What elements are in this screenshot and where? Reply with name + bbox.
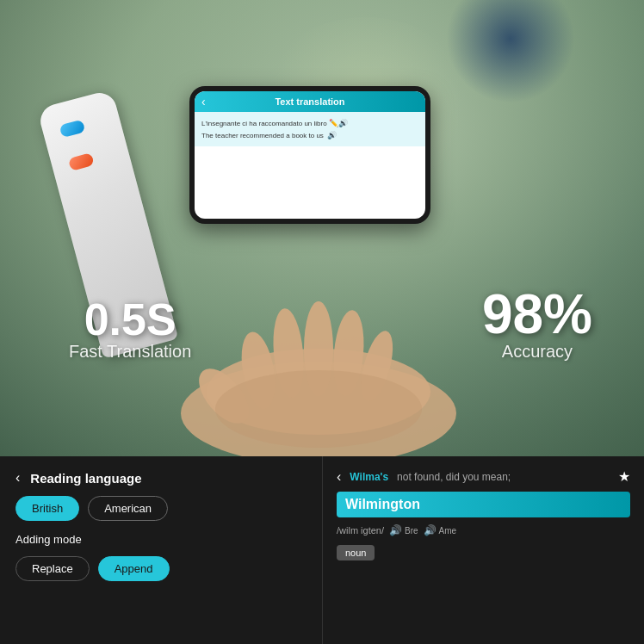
screen-back-icon: ‹ xyxy=(201,95,206,108)
word-result: Wilmington xyxy=(337,492,630,517)
british-button[interactable]: British xyxy=(15,496,79,521)
language-options-row: British American xyxy=(15,496,307,521)
screen-title: Text translation xyxy=(275,96,344,107)
left-panel-back-icon[interactable]: ‹ xyxy=(15,470,20,486)
speaker-icon-english: 🔊 xyxy=(327,131,337,139)
pos-badge: noun xyxy=(337,545,375,560)
mode-options-row: Replace Append xyxy=(15,556,307,581)
screen-content: L'insegnante ci ha raccomandato un libro… xyxy=(195,112,425,146)
phone-body: ‹ Text translation L'insegnante ci ha ra… xyxy=(189,86,430,224)
speed-stat: 0.5S Fast Translation xyxy=(69,297,191,362)
pos-badge-container: noun xyxy=(337,543,630,560)
not-found-text: not found, did you mean; xyxy=(397,471,511,483)
append-button[interactable]: Append xyxy=(98,556,170,581)
screen-italian-text: L'insegnante ci ha raccomandato un libro… xyxy=(201,119,418,127)
screen-english-text: The teacher recommended a book to us 🔊 xyxy=(201,131,418,139)
pen-button-blue xyxy=(59,119,85,138)
pronunciation-row: /wilm igten/ 🔊 Bre 🔊 Ame xyxy=(337,524,630,536)
pronunciation-text: /wilm igten/ xyxy=(337,525,384,536)
right-panel-left: ‹ Wilma's not found, did you mean; xyxy=(337,469,511,485)
searched-word: Wilma's xyxy=(350,471,388,483)
ame-pronunciation-btn[interactable]: 🔊 Ame xyxy=(424,524,457,536)
left-panel: ‹ Reading language British American Addi… xyxy=(0,456,322,644)
left-panel-title: Reading language xyxy=(30,471,141,486)
screen-header: ‹ Text translation xyxy=(195,91,425,112)
phone-container: ‹ Text translation L'insegnante ci ha ra… xyxy=(189,86,430,241)
phone-screen: ‹ Text translation L'insegnante ci ha ra… xyxy=(195,91,425,219)
right-panel-header: ‹ Wilma's not found, did you mean; ★ xyxy=(337,468,630,485)
speaker-icon-italian: ✏️🔊 xyxy=(329,119,348,127)
speed-value: 0.5S xyxy=(69,297,191,342)
hero-section: ‹ Text translation L'insegnante ci ha ra… xyxy=(0,0,644,456)
pen-button-orange xyxy=(68,152,95,171)
speed-label: Fast Translation xyxy=(69,342,191,362)
svg-point-8 xyxy=(215,370,422,448)
replace-button[interactable]: Replace xyxy=(15,556,90,581)
hand-illustration xyxy=(155,258,482,456)
accuracy-stat: 98% Accuracy xyxy=(482,287,592,362)
star-icon[interactable]: ★ xyxy=(618,468,630,485)
left-panel-header: ‹ Reading language xyxy=(15,470,307,486)
right-panel-back-icon[interactable]: ‹ xyxy=(337,469,341,485)
bre-pronunciation-btn[interactable]: 🔊 Bre xyxy=(389,524,418,536)
adding-mode-label: Adding mode xyxy=(15,533,307,546)
bottom-section: ‹ Reading language British American Addi… xyxy=(0,456,644,644)
american-button[interactable]: American xyxy=(88,496,168,521)
accuracy-value: 98% xyxy=(482,287,592,342)
right-panel: ‹ Wilma's not found, did you mean; ★ Wil… xyxy=(322,456,644,644)
